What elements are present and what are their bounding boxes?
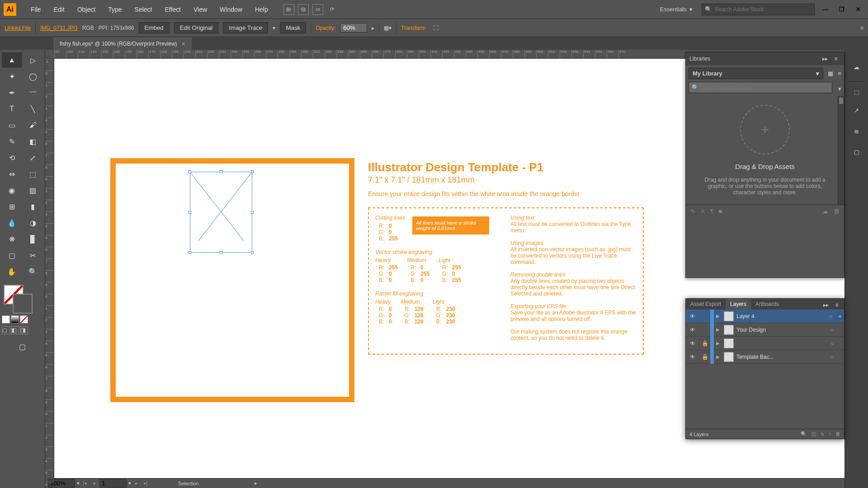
layer-row[interactable]: 👁🔒▶○ — [686, 337, 844, 350]
add-color-icon[interactable]: ■ — [719, 208, 722, 215]
collapse-panel-icon[interactable]: ▸▸ — [821, 300, 830, 310]
layer-name[interactable]: Your Design — [736, 327, 827, 333]
handle-top-left[interactable] — [189, 170, 191, 173]
embed-button[interactable]: Embed — [139, 22, 170, 33]
visibility-toggle-icon[interactable]: 👁 — [686, 340, 699, 347]
stroke-swatch[interactable] — [13, 294, 33, 314]
image-trace-dropdown-icon[interactable]: ▾ — [273, 25, 275, 31]
eyedropper-tool[interactable]: 💧 — [2, 215, 22, 230]
visibility-toggle-icon[interactable]: 👁 — [686, 327, 699, 333]
none-mode-icon[interactable] — [20, 315, 28, 324]
width-tool[interactable]: ⇔ — [2, 166, 22, 182]
mask-button[interactable]: Mask — [280, 22, 306, 33]
edit-original-button[interactable]: Edit Original — [174, 22, 219, 33]
grid-view-icon[interactable]: ▦ — [826, 69, 835, 78]
target-icon[interactable]: ○ — [825, 313, 836, 319]
workspace-switcher[interactable]: Essentials ▾ — [656, 4, 697, 14]
linked-filename[interactable]: IMG_0731.JPG — [40, 25, 78, 31]
visibility-toggle-icon[interactable]: 👁 — [686, 313, 699, 319]
handle-left[interactable] — [189, 211, 191, 214]
align-icon[interactable]: ▦▾ — [384, 25, 392, 31]
handle-top[interactable] — [220, 170, 222, 173]
menu-type[interactable]: Type — [102, 3, 128, 16]
stock-search[interactable]: 🔍 — [702, 4, 815, 15]
graph-tool[interactable]: ▊ — [23, 231, 43, 247]
handle-top-right[interactable] — [251, 170, 254, 173]
last-artboard-icon[interactable]: ▸| — [142, 480, 149, 487]
add-paragraph-style-icon[interactable]: ¶ — [710, 208, 713, 215]
zoom-tool[interactable]: 🔍 — [23, 264, 43, 279]
scale-tool[interactable]: ⤢ — [23, 150, 43, 165]
zoom-dropdown-icon[interactable]: ▾ — [77, 480, 80, 486]
draw-normal-icon[interactable]: ◻ — [2, 326, 10, 334]
type-tool[interactable]: T — [2, 101, 22, 117]
paintbrush-tool[interactable]: 🖌 — [23, 117, 43, 133]
tab-close-icon[interactable]: × — [182, 40, 185, 47]
color-mode-icon[interactable] — [2, 315, 10, 324]
eraser-tool[interactable]: ◧ — [23, 134, 43, 149]
symbol-sprayer-tool[interactable]: ❋ — [2, 231, 22, 247]
menu-view[interactable]: View — [187, 3, 213, 16]
transform-link[interactable]: Transform — [401, 25, 425, 31]
menu-help[interactable]: Help — [249, 3, 274, 16]
minimize-icon[interactable]: — — [819, 5, 832, 14]
opacity-input[interactable] — [340, 23, 367, 33]
new-layer-icon[interactable]: ▫ — [829, 431, 831, 437]
shape-builder-tool[interactable]: ◉ — [2, 183, 22, 198]
draw-behind-icon[interactable]: ◧ — [11, 326, 19, 334]
status-dropdown-icon[interactable]: ▸ — [255, 480, 257, 486]
target-icon[interactable]: ○ — [827, 327, 838, 333]
target-icon[interactable]: ○ — [827, 340, 838, 347]
image-trace-button[interactable]: Image Trace — [223, 22, 268, 33]
expand-layer-icon[interactable]: ▶ — [714, 327, 722, 332]
screen-mode-icon[interactable]: ▢ — [2, 339, 43, 354]
library-search[interactable]: 🔍 — [689, 82, 832, 93]
add-character-style-icon[interactable]: A — [701, 208, 705, 215]
gradient-mode-icon[interactable] — [11, 315, 19, 324]
artboards-icon[interactable]: ▢ — [849, 144, 865, 160]
menu-window[interactable]: Window — [213, 3, 249, 16]
curvature-tool[interactable]: 〰 — [23, 85, 43, 100]
isolate-icon[interactable]: ⛶ — [433, 25, 439, 31]
blend-tool[interactable]: ◑ — [23, 215, 43, 230]
libraries-sync-icon[interactable]: ☁ — [822, 208, 828, 215]
handle-bottom-right[interactable] — [251, 251, 254, 254]
scrollbar[interactable] — [838, 96, 844, 205]
search-filter-icon[interactable]: ▾ — [835, 84, 844, 94]
layer-row[interactable]: 👁▶Layer 4○ — [686, 310, 844, 323]
perspective-tool[interactable]: ▨ — [23, 183, 43, 198]
first-artboard-icon[interactable]: |◂ — [81, 480, 89, 487]
draw-inside-icon[interactable]: ◨ — [20, 326, 28, 334]
document-tab[interactable]: fishy fish.eps* @ 100% (RGB/Overprint Pr… — [53, 38, 192, 50]
menu-select[interactable]: Select — [128, 3, 159, 16]
hand-tool[interactable]: ✋ — [2, 264, 22, 279]
panel-menu-icon[interactable]: ≡ — [831, 54, 840, 63]
gradient-tool[interactable]: ▮ — [23, 199, 43, 214]
pen-tool[interactable]: ✒ — [2, 85, 22, 100]
menu-object[interactable]: Object — [71, 3, 102, 16]
layer-row[interactable]: 👁🔒▶Template Bac...○ — [686, 350, 844, 364]
expand-layer-icon[interactable]: ▶ — [714, 354, 722, 359]
tab-artboards[interactable]: Artboards — [751, 299, 783, 310]
line-tool[interactable]: ╲ — [23, 101, 43, 117]
menu-file[interactable]: File — [24, 3, 47, 16]
free-transform-tool[interactable]: ⬚ — [23, 166, 43, 182]
menu-effect[interactable]: Effect — [158, 3, 187, 16]
slice-tool[interactable]: ✂ — [23, 248, 43, 263]
artboard-input[interactable] — [99, 479, 127, 488]
gpu-icon[interactable]: ⟳ — [327, 4, 338, 15]
shaper-tool[interactable]: ✎ — [2, 134, 22, 149]
artboard-tool[interactable]: ▢ — [2, 248, 22, 263]
stock-icon[interactable]: St — [298, 4, 309, 15]
stock-search-input[interactable] — [715, 6, 811, 13]
selection-tool[interactable]: ▲ — [2, 52, 22, 68]
rotate-tool[interactable]: ⟲ — [2, 150, 22, 165]
tab-asset-export[interactable]: Asset Export — [686, 299, 726, 310]
locate-object-icon[interactable]: 🔍 — [801, 431, 807, 437]
target-icon[interactable]: ○ — [827, 354, 838, 360]
properties-icon[interactable]: ⬚ — [849, 81, 865, 98]
linked-file-link[interactable]: Linked File — [5, 25, 31, 31]
fill-stroke-swatches[interactable] — [2, 283, 43, 314]
delete-layer-icon[interactable]: 🗑 — [835, 431, 840, 437]
arrange-icon[interactable]: ▭ — [312, 4, 323, 15]
